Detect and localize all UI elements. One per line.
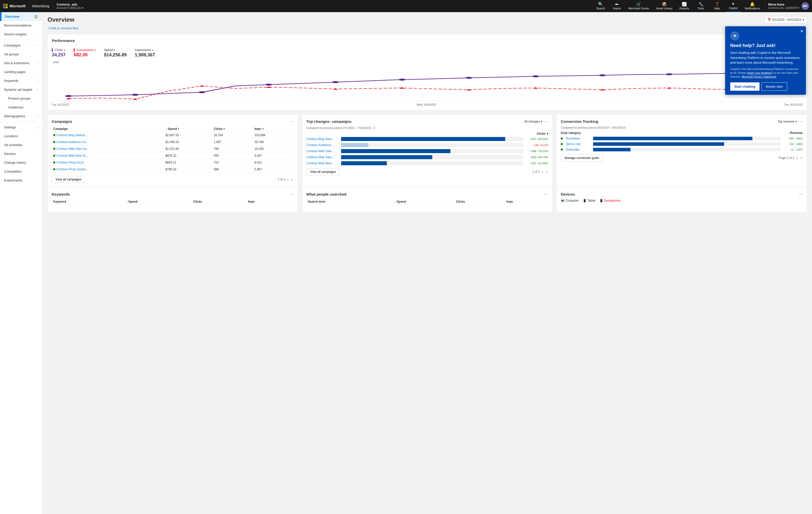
sidebar-item-landing-pages[interactable]: Landing pages [0,67,42,76]
col-spend[interactable]: ↓Spend▾ [164,126,212,132]
help-icon: ❓ [715,2,720,6]
col-kw-clicks[interactable]: Clicks [192,199,246,205]
campaigns-table: Campaign ↓Spend▾ Clicks▾ Impr.▾ [52,126,294,173]
what-searched-table: Search term ↓ Spend Clicks Impr. [306,199,548,205]
conv-goal-link[interactable]: Add to cart [566,142,591,146]
sidebar-item-change-history[interactable]: Change history [0,158,42,167]
next-page-conv[interactable]: › [800,155,803,160]
conversion-more-button[interactable]: ··· [799,119,803,124]
sidebar-item-campaigns[interactable]: Campaigns › [0,41,42,50]
campaign-link[interactable]: Contoso Audience Ca... [56,140,88,144]
devices-more-button[interactable]: ··· [799,192,803,197]
nav-help[interactable]: ❓ Help [709,0,725,12]
sidebar-item-locations[interactable]: Locations [0,132,42,140]
what-searched-panel: What people searched ··· Search term ↓ S… [302,187,552,213]
keywords-more-button[interactable]: ··· [290,192,294,197]
col-clicks[interactable]: Clicks▾ [212,126,253,132]
prev-page-button[interactable]: ‹ [286,177,290,182]
sidebar-item-audiences[interactable]: Audiences [0,103,42,112]
conv-goal-link[interactable]: Subscribe [566,148,591,152]
ms-logo[interactable]: Microsoft [3,4,29,8]
svg-marker-17 [333,88,338,90]
keywords-table: Keyword ↓ Spend Clicks Impr. [52,199,294,205]
sidebar-item-dynamic-ad-targets[interactable]: Dynamic ad targets › [0,85,42,94]
col-campaign[interactable]: Campaign [52,126,164,132]
sidebar-item-settings[interactable]: Settings › [0,123,42,132]
sidebar-item-demographics[interactable]: Demographics › [0,112,42,120]
view-all-top-changes-button[interactable]: View all campaigns [306,168,340,175]
sidebar-item-ads-extensions[interactable]: Ads & extensions › [0,59,42,67]
next-page-top-changes[interactable]: › [545,169,548,174]
app-body: Overview 🏠 Recommendations Search insigh… [0,12,812,514]
campaigns-pagination: 1 of 2 ‹ › [278,177,294,182]
asset-icon: 📦 [662,2,667,6]
col-keyword[interactable]: Keyword [52,199,124,205]
campaigns-more-button[interactable]: ··· [290,119,294,124]
col-kw-spend[interactable]: ↓ Spend [124,199,192,205]
changes-campaign-link[interactable]: Contoso Bing Sear... [306,137,339,141]
changes-campaign-link[interactable]: Contoso Web Sale... [306,155,339,159]
top-revenue-button[interactable]: Top revenue ▾ [778,120,797,123]
sidebar-item-recommendations[interactable]: Recommendations [0,21,42,30]
maybe-later-button[interactable]: Maybe later [761,82,787,91]
nav-notifications[interactable]: 🔔 Notifications [742,0,763,12]
view-all-campaigns-button[interactable]: View all campaigns [52,176,85,183]
list-item: Contoso Audience... -134 -13.1% [306,143,548,147]
chevron-icon: › [37,44,38,47]
sidebar-item-overview[interactable]: Overview 🏠 [0,12,42,21]
sidebar-item-experiments[interactable]: Experiments [0,176,42,185]
nav-asset[interactable]: 📦 Asset Library [653,0,675,12]
changes-campaign-link[interactable]: Contoso Audience... [306,143,339,147]
campaign-link[interactable]: Contoso Web Sale Ca... [56,147,89,151]
sidebar-item-ad-groups[interactable]: Ad groups [0,50,42,59]
svg-point-3 [265,84,272,86]
nav-tools[interactable]: 🔧 Tools [693,0,708,12]
copilot-close-button[interactable]: ✕ [800,29,804,34]
conversion-rows: Purchases +85 +85% Add to cart +34 +46% … [561,137,803,152]
sidebar-item-ad-schedule[interactable]: Ad schedule [0,140,42,150]
top-changes-more-button[interactable]: ··· [544,119,548,124]
account-info[interactable]: Contoso_ads Account F145ELQU ▾ [57,2,84,9]
next-page-button[interactable]: › [290,177,294,182]
nav-search[interactable]: 🔍 Search [593,0,608,12]
sidebar-item-competition[interactable]: Competition [0,167,42,176]
nav-import[interactable]: ⬅ Import [609,0,625,12]
svg-point-8 [599,74,606,76]
date-selector[interactable]: 📅 8/1/2023 – 8/31/2023 ▾ [764,16,807,23]
col-ws-spend[interactable]: ↓ Spend [393,199,455,205]
nav-merchant[interactable]: 🛒 Merchant Center [626,0,652,12]
changes-campaign-link[interactable]: Contoso Web Bew... [306,161,339,165]
nav-reports[interactable]: 📈 Reports [676,0,692,12]
what-searched-more-button[interactable]: ··· [544,192,548,197]
changes-campaign-link[interactable]: Contoso Web Sale... [306,150,339,153]
prev-page-top-changes[interactable]: ‹ [541,169,544,174]
list-item: Add to cart +34 +46% [561,142,803,146]
col-ws-clicks[interactable]: Clicks [455,199,505,205]
privacy-link[interactable]: Microsoft Privacy Statement [742,75,776,78]
campaign-link[interactable]: Contoso Pmax Summ... [56,167,88,171]
col-impr[interactable]: Impr.▾ [253,126,294,132]
notifications-icon: 🔔 [750,2,755,6]
top-changes-title: Top changes: campaigns [306,119,351,124]
share-feedback-link[interactable]: share your feedback [747,71,772,74]
all-changes-button[interactable]: All changes ▾ [524,120,542,123]
manage-goals-button[interactable]: Manage conversion goals [561,154,603,161]
user-section[interactable]: Mona Kane Contoso,Ltd. 12345678 ▾ MK [765,2,809,10]
search-icon: 🔍 [598,2,603,6]
col-ws-impr[interactable]: Impr. [505,199,548,205]
sidebar-item-devices[interactable]: Devices [0,150,42,158]
campaign-link[interactable]: Contoso Pmax 0112 [56,161,84,164]
nav-copilot[interactable]: ✦ Copilot [726,0,741,12]
start-chatting-button[interactable]: Start chatting [730,82,759,91]
col-kw-impr[interactable]: Impr. [246,199,294,205]
sidebar-item-search-insights[interactable]: Search insights [0,30,42,39]
campaign-link[interactable]: Contoso Web New 01... [56,154,88,157]
col-search-term[interactable]: Search term [306,199,393,205]
campaign-link[interactable]: Contoso Bing Search... [56,133,87,137]
sidebar-item-keywords[interactable]: Keywords › [0,76,42,85]
add-tiles-button[interactable]: + Add or remove tiles [48,26,807,30]
metric-spend: Spend ▾ $14,256.89 [104,48,127,58]
sidebar-item-product-groups[interactable]: Product groups [0,94,42,103]
prev-page-conv[interactable]: ‹ [795,155,799,160]
conv-goal-link[interactable]: Purchases [566,137,591,140]
